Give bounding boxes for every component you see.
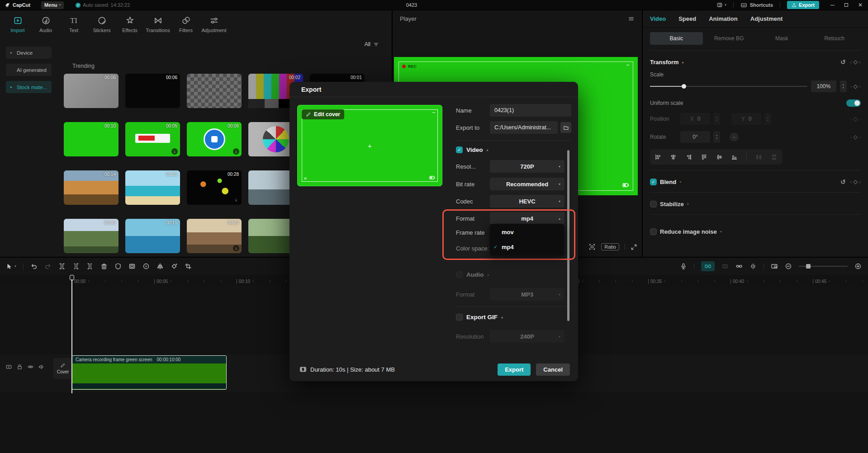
bitrate-select[interactable]: Recommended▾ (490, 178, 564, 190)
timeline-clip[interactable]: Camera recording frame green screen 00:0… (72, 355, 227, 390)
overlay-icon[interactable] (128, 263, 136, 270)
link-icon[interactable] (735, 263, 743, 270)
media-thumbnail[interactable]: 00:06 (125, 74, 180, 108)
download-icon[interactable]: ↓ (233, 148, 239, 155)
media-thumbnail[interactable]: 01:35 (125, 170, 180, 205)
tab-filters[interactable]: Filters (172, 14, 200, 33)
minimize-icon[interactable] (830, 5, 835, 5)
cover-button[interactable]: Cover (53, 358, 72, 379)
distribute-horizontal-icon[interactable] (755, 154, 762, 160)
rotate-dial[interactable]: − (730, 132, 739, 142)
media-thumbnail[interactable]: 00:06↓ (187, 122, 242, 156)
delete-right-icon[interactable] (86, 263, 94, 270)
reset-icon[interactable]: ↺ (840, 58, 846, 66)
download-icon[interactable]: ↓ (171, 148, 178, 155)
record-voiceover-icon[interactable] (680, 263, 687, 270)
align-center-horizontal-icon[interactable] (670, 154, 677, 160)
distribute-vertical-icon[interactable] (771, 154, 778, 160)
gif-checkbox[interactable] (456, 314, 463, 321)
stabilize-section-header[interactable]: Stabilize ▾ (650, 199, 861, 209)
keyframe-control[interactable]: ‹ ◇ › (850, 134, 861, 140)
noise-checkbox[interactable] (650, 228, 657, 235)
align-bottom-icon[interactable] (731, 154, 738, 160)
tab-import[interactable]: Import (4, 14, 32, 33)
noise-section-header[interactable]: Reduce image noise ▾ (650, 226, 861, 236)
subtab-retouch[interactable]: Retouch (808, 32, 861, 45)
align-left-icon[interactable] (655, 154, 661, 160)
zoom-fit-icon[interactable] (588, 243, 596, 250)
ratio-button[interactable]: Ratio (601, 243, 619, 250)
tab-audio[interactable]: Audio (32, 14, 60, 33)
keyframe-control[interactable]: ‹ ◇ › (850, 116, 861, 122)
keyframe-control[interactable]: ‹ ◇ › (850, 83, 861, 90)
video-checkbox[interactable]: ✓ (456, 146, 463, 153)
sidebar-item-ai-generated[interactable]: AI generated (6, 64, 52, 76)
scale-slider[interactable] (650, 83, 807, 90)
slider-handle[interactable] (806, 264, 811, 269)
name-input[interactable]: 0423(1) (490, 104, 571, 117)
tab-adjustment[interactable]: Adjustment (750, 15, 783, 22)
gif-resolution-select[interactable]: 240P▾ (490, 330, 564, 343)
format-select[interactable]: mp4▴ (490, 212, 564, 225)
mask-icon[interactable] (114, 263, 122, 270)
codec-select[interactable]: HEVC▾ (490, 195, 564, 208)
layout-button[interactable]: ▾ (716, 2, 726, 8)
position-y-stepper[interactable]: ▴▾ (764, 113, 771, 125)
mirror-icon[interactable] (157, 263, 164, 270)
tab-speed[interactable]: Speed (678, 15, 696, 22)
align-middle-vertical-icon[interactable] (716, 154, 723, 160)
transform-section-header[interactable]: Transform ▴ ↺ ‹ ◇ › (650, 57, 861, 67)
browse-folder-button[interactable] (560, 122, 571, 133)
split-clip-icon[interactable] (749, 263, 757, 270)
export-path-input[interactable]: C:/Users/Administrat... (490, 121, 558, 134)
tab-animation[interactable]: Animation (709, 15, 738, 22)
select-tool-button[interactable]: ▾ (5, 263, 16, 270)
format-option-mov[interactable]: mov (490, 225, 564, 240)
download-icon[interactable]: ↓ (233, 245, 239, 251)
resolution-select[interactable]: 720P▾ (490, 160, 564, 173)
eye-icon[interactable] (27, 363, 34, 370)
position-x-field[interactable]: X0 (680, 113, 710, 125)
media-thumbnail[interactable]: 00:28↓ (187, 170, 242, 205)
mute-icon[interactable] (38, 363, 45, 370)
delete-icon[interactable] (100, 263, 108, 270)
rotate-icon[interactable] (171, 263, 178, 270)
keyframe-control[interactable]: ‹ ◇ › (850, 59, 861, 65)
zoom-in-icon[interactable] (854, 263, 862, 270)
menu-button[interactable]: Menu ▾ (41, 1, 64, 9)
subtab-basic[interactable]: Basic (650, 32, 703, 45)
subtab-remove-bg[interactable]: Remove BG (703, 32, 756, 45)
dialog-scrollbar[interactable] (567, 150, 569, 321)
stabilize-checkbox[interactable] (650, 201, 657, 208)
library-filter[interactable]: All (365, 41, 379, 47)
media-thumbnail[interactable] (187, 74, 242, 108)
lock-icon[interactable] (16, 363, 23, 370)
tab-stickers[interactable]: Stickers (88, 14, 116, 33)
export-top-button[interactable]: Export (787, 1, 819, 9)
fullscreen-icon[interactable] (631, 244, 637, 250)
align-right-icon[interactable] (685, 154, 692, 160)
sidebar-item-stock-material[interactable]: ▸ Stock mate... (6, 81, 52, 93)
undo-icon[interactable] (30, 263, 38, 270)
close-icon[interactable]: ✕ (858, 2, 863, 8)
audio-checkbox[interactable] (456, 271, 463, 278)
media-thumbnail[interactable]: 00:05↓ (125, 122, 180, 156)
blend-section-header[interactable]: ✓ Blend ▾ ↺ ‹ ◇ › (650, 177, 861, 187)
sidebar-item-device[interactable]: ▸ Device (6, 47, 52, 59)
download-icon[interactable]: ↓ (233, 197, 239, 203)
edit-cover-button[interactable]: Edit cover (302, 109, 344, 119)
timeline-zoom-slider[interactable] (799, 264, 848, 269)
subtab-mask[interactable]: Mask (755, 32, 808, 45)
media-thumbnail[interactable]: 00:14 (64, 170, 119, 205)
audio-format-select[interactable]: MP3▾ (490, 288, 564, 301)
keyframe-control[interactable]: ‹ ◇ › (850, 179, 861, 185)
split-icon[interactable] (58, 263, 66, 270)
media-thumbnail[interactable]: 00:13 (64, 219, 119, 253)
blend-checkbox[interactable]: ✓ (650, 179, 657, 185)
tab-transitions[interactable]: Transitions (144, 14, 172, 33)
media-thumbnail[interactable]: 00:06 (64, 74, 119, 108)
tab-effects[interactable]: Effects (116, 14, 144, 33)
scale-value[interactable]: 100% (811, 80, 836, 92)
menu-icon[interactable] (628, 15, 635, 22)
redo-icon[interactable] (44, 263, 52, 270)
